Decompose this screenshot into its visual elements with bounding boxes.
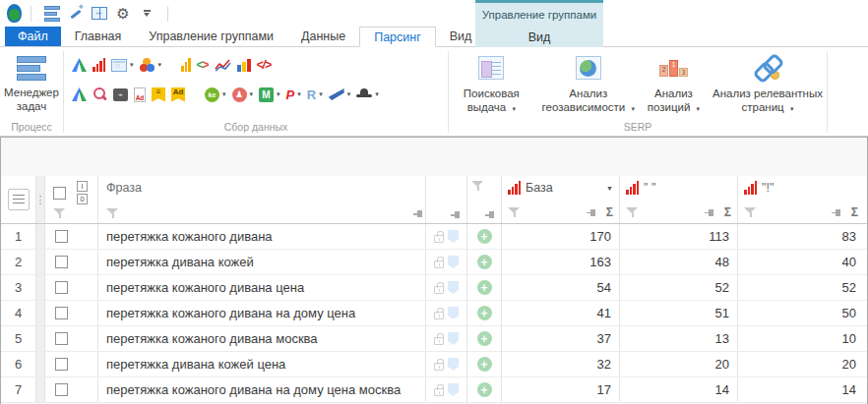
funnel-icon[interactable]	[508, 207, 521, 218]
relevant-pages-button[interactable]: Анализ релевантных страниц ▾	[709, 53, 827, 115]
bookmark-ad-icon[interactable]: Ad	[171, 87, 185, 102]
magnifier-icon[interactable]	[93, 87, 107, 102]
task-panels-icon[interactable]	[43, 5, 61, 23]
phrase-cell[interactable]: перетяжка дивана кожей	[98, 250, 426, 274]
task-manager-button[interactable]: Менеджер задач	[0, 47, 63, 121]
table-row[interactable]: 6 перетяжка дивана кожей цена + 32 20 20	[1, 352, 867, 377]
pin-icon[interactable]	[451, 210, 463, 219]
m-service-icon[interactable]: M▾	[259, 87, 280, 102]
column-chart-icon[interactable]	[237, 59, 251, 72]
pin-icon[interactable]	[705, 208, 716, 217]
browser-search-icon[interactable]: ▾	[111, 59, 134, 72]
funnel-icon[interactable]	[53, 208, 66, 219]
shield-icon[interactable]	[448, 307, 459, 319]
ad-doc-icon[interactable]: Ad	[134, 87, 146, 102]
pin-icon[interactable]	[587, 208, 598, 217]
tab-group-management[interactable]: Управление группами	[135, 27, 287, 46]
phrase-cell[interactable]: перетяжка кожаного дивана на дому цена м…	[98, 377, 426, 402]
table-row[interactable]: 4 перетяжка кожаного дивана на дому цена…	[1, 301, 867, 326]
table-row[interactable]: 2 перетяжка дивана кожей + 163 48 40	[1, 250, 867, 275]
positions-analysis-button[interactable]: 213 Анализ позиций ▾	[643, 53, 705, 115]
lock-icon[interactable]	[434, 286, 444, 294]
shield-icon[interactable]	[448, 256, 459, 268]
lock-icon[interactable]	[434, 388, 444, 396]
shield-icon[interactable]	[448, 383, 459, 396]
funnel-icon[interactable]	[744, 207, 757, 218]
tab-data[interactable]: Данные	[287, 27, 359, 46]
row-checkbox[interactable]	[55, 307, 68, 319]
magic-wand-icon[interactable]	[67, 5, 85, 23]
plus-circle-icon[interactable]: +	[477, 331, 492, 346]
p-service-icon[interactable]: P▾	[286, 87, 301, 102]
bookmark-lines-icon[interactable]: ≡	[152, 87, 165, 102]
row-checkbox[interactable]	[55, 281, 68, 294]
plus-circle-icon[interactable]: +	[477, 255, 492, 269]
sum-icon[interactable]: Σ	[724, 205, 731, 219]
code-tags-icon[interactable]: <>	[197, 58, 209, 72]
row-checkbox[interactable]	[55, 332, 68, 345]
select-all-checkbox[interactable]	[53, 187, 66, 200]
base-column-header[interactable]: База ▼ Σ	[502, 176, 620, 223]
tab-parsing[interactable]: Парсинг	[359, 27, 436, 47]
phrase-cell[interactable]: перетяжка кожаного дивана на дому цена	[98, 301, 426, 325]
r-service-icon[interactable]: R▾	[307, 87, 323, 102]
plus-circle-icon[interactable]: +	[477, 280, 492, 295]
gear-icon[interactable]: ⚙	[114, 5, 132, 23]
phrase-cell[interactable]: перетяжка кожаного дивана цена	[98, 275, 426, 300]
table-row[interactable]: 7 перетяжка кожаного дивана на дому цена…	[1, 377, 867, 403]
plus-circle-icon[interactable]: +	[477, 306, 492, 320]
row-checkbox[interactable]	[55, 230, 68, 243]
phrase-column-header[interactable]: Фраза	[98, 176, 426, 223]
color-dots-icon[interactable]: ▾	[140, 58, 162, 72]
sum-icon[interactable]: Σ	[851, 205, 858, 219]
pin-icon[interactable]	[485, 210, 497, 219]
phrase-cell[interactable]: перетяжка дивана кожей цена	[98, 352, 426, 376]
lock-icon[interactable]	[434, 337, 444, 345]
geo-analysis-button[interactable]: Анализ геозависимости ▾	[538, 53, 639, 115]
tab-contextual-view[interactable]: Вид	[475, 27, 603, 47]
funnel-icon[interactable]	[471, 181, 484, 192]
table-row[interactable]: 1 перетяжка кожаного дивана + 170 113 83	[1, 224, 867, 250]
row-checkbox[interactable]	[55, 256, 68, 268]
tab-file[interactable]: Файл	[5, 27, 61, 46]
select-zero-button[interactable]: 0	[77, 194, 88, 204]
analytics-bars-icon[interactable]	[181, 58, 191, 72]
swoosh-service-icon[interactable]: ▾	[329, 88, 351, 100]
google-ads-icon[interactable]	[72, 58, 87, 72]
row-checkbox[interactable]	[55, 358, 68, 371]
google-ads-icon[interactable]	[72, 87, 87, 101]
row-checkbox[interactable]	[55, 383, 68, 396]
funnel-icon[interactable]	[106, 208, 119, 219]
exact-column-header[interactable]: "!" Σ	[738, 176, 864, 223]
figure-service-icon[interactable]: ♟▾	[232, 87, 254, 102]
incognito-icon[interactable]: ▾	[356, 88, 379, 100]
column-settings-icon[interactable]	[8, 189, 30, 210]
lock-icon[interactable]	[434, 363, 444, 371]
sum-icon[interactable]: Σ	[606, 205, 613, 219]
sort-caret-icon[interactable]: ▼	[606, 185, 613, 192]
phrase-cell[interactable]: перетяжка кожаного дивана москва	[98, 326, 426, 351]
dots-strip-header[interactable]: ⋮	[36, 176, 45, 223]
lock-icon[interactable]	[434, 260, 444, 268]
lock-icon[interactable]	[434, 312, 444, 319]
shield-icon[interactable]	[448, 332, 459, 345]
ke-service-icon[interactable]: ke▾	[205, 87, 226, 102]
pin-icon[interactable]	[413, 209, 425, 218]
frame-chart-icon[interactable]: ⌁	[113, 88, 128, 101]
shield-icon[interactable]	[448, 281, 459, 294]
line-chart-icon[interactable]	[215, 58, 231, 72]
plus-circle-icon[interactable]: +	[477, 382, 492, 397]
select-one-button[interactable]: I	[77, 181, 88, 192]
plus-circle-icon[interactable]: +	[477, 229, 492, 244]
wordstat-bars-icon[interactable]	[93, 58, 105, 72]
search-results-button[interactable]: Поисковая выдача ▾	[449, 53, 534, 115]
phrase-cell[interactable]: перетяжка кожаного дивана	[98, 224, 426, 249]
table-row[interactable]: 3 перетяжка кожаного дивана цена + 54 52…	[1, 275, 867, 301]
tab-home[interactable]: Главная	[61, 27, 136, 46]
ribbon-options-icon[interactable]	[138, 5, 155, 23]
funnel-icon[interactable]	[626, 207, 639, 218]
lock-icon[interactable]	[434, 235, 444, 243]
window-split-icon[interactable]	[91, 5, 108, 23]
table-row[interactable]: 5 перетяжка кожаного дивана москва + 37 …	[1, 326, 867, 352]
shield-icon[interactable]	[448, 358, 459, 371]
